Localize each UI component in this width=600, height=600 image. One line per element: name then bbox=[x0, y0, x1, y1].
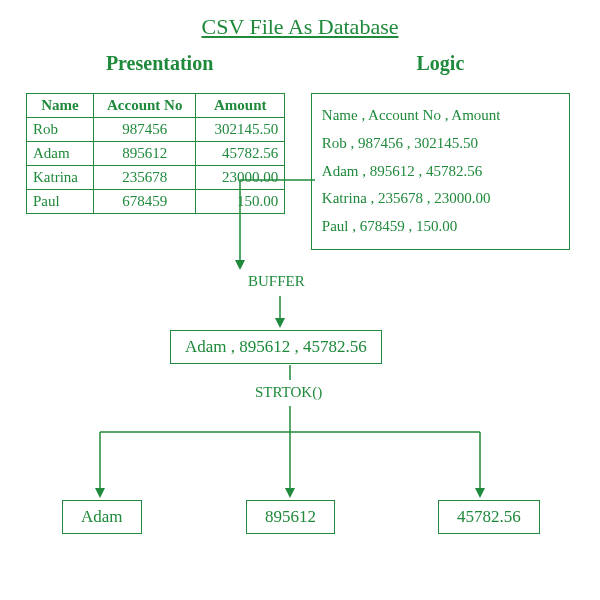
presentation-column: Presentation Name Account No Amount Rob … bbox=[30, 46, 289, 250]
svg-marker-9 bbox=[285, 488, 295, 498]
buffer-label: BUFFER bbox=[248, 273, 305, 290]
svg-marker-11 bbox=[475, 488, 485, 498]
col-header: Name bbox=[27, 94, 94, 118]
token-box: 895612 bbox=[246, 500, 335, 534]
table-row: Katrina 235678 23000.00 bbox=[27, 166, 285, 190]
columns: Presentation Name Account No Amount Rob … bbox=[0, 46, 600, 250]
col-header: Amount bbox=[196, 94, 285, 118]
strtok-label: STRTOK() bbox=[255, 384, 322, 401]
page-title: CSV File As Database bbox=[0, 0, 600, 40]
cell-acct: 235678 bbox=[94, 166, 196, 190]
svg-marker-2 bbox=[275, 318, 285, 328]
svg-marker-0 bbox=[235, 260, 245, 270]
logic-line: Adam , 895612 , 45782.56 bbox=[322, 158, 559, 186]
cell-amount: 302145.50 bbox=[196, 118, 285, 142]
logic-column: Logic Name , Account No , Amount Rob , 9… bbox=[311, 46, 570, 250]
cell-amount: 23000.00 bbox=[196, 166, 285, 190]
presentation-table: Name Account No Amount Rob 987456 302145… bbox=[26, 93, 285, 214]
table-row: Rob 987456 302145.50 bbox=[27, 118, 285, 142]
cell-name: Katrina bbox=[27, 166, 94, 190]
logic-line: Rob , 987456 , 302145.50 bbox=[322, 130, 559, 158]
cell-name: Rob bbox=[27, 118, 94, 142]
cell-amount: 150.00 bbox=[196, 190, 285, 214]
table-row: Adam 895612 45782.56 bbox=[27, 142, 285, 166]
logic-line: Name , Account No , Amount bbox=[322, 102, 559, 130]
logic-line: Paul , 678459 , 150.00 bbox=[322, 213, 559, 241]
logic-heading: Logic bbox=[311, 52, 570, 75]
logic-line: Katrina , 235678 , 23000.00 bbox=[322, 185, 559, 213]
col-header: Account No bbox=[94, 94, 196, 118]
buffer-box: Adam , 895612 , 45782.56 bbox=[170, 330, 382, 364]
table-header-row: Name Account No Amount bbox=[27, 94, 285, 118]
svg-marker-7 bbox=[95, 488, 105, 498]
cell-name: Adam bbox=[27, 142, 94, 166]
cell-acct: 678459 bbox=[94, 190, 196, 214]
table-row: Paul 678459 150.00 bbox=[27, 190, 285, 214]
token-box: 45782.56 bbox=[438, 500, 540, 534]
cell-acct: 895612 bbox=[94, 142, 196, 166]
token-box: Adam bbox=[62, 500, 142, 534]
cell-name: Paul bbox=[27, 190, 94, 214]
logic-box: Name , Account No , Amount Rob , 987456 … bbox=[311, 93, 570, 250]
cell-amount: 45782.56 bbox=[196, 142, 285, 166]
cell-acct: 987456 bbox=[94, 118, 196, 142]
presentation-heading: Presentation bbox=[30, 52, 289, 75]
